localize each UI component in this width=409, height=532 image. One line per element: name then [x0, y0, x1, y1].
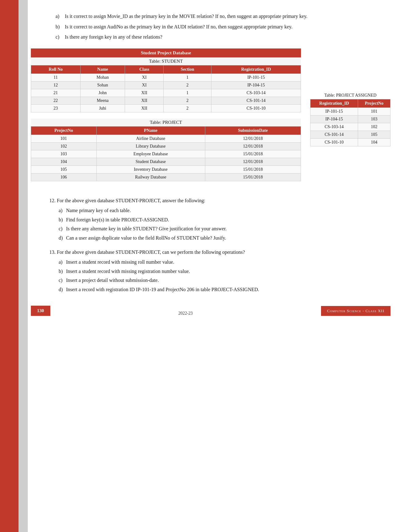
- question-12-sublist: a) Name primary key of each table. b) Fi…: [49, 207, 390, 242]
- student-col-class: Class: [125, 65, 164, 73]
- footer-page-number: 130: [31, 306, 50, 316]
- intro-text-b: Is it correct to assign AudiNo as the pr…: [65, 24, 292, 29]
- student-table-row: 23JuhiXII2CS-101-10: [31, 104, 301, 112]
- q12-a: a) Name primary key of each table.: [59, 207, 390, 215]
- project-assigned-table-wrapper: Table: PROJECT ASSIGNED Registration_ID …: [310, 92, 390, 146]
- project-assigned-table: Registration_ID ProjectNo IP-101-15101IP…: [310, 99, 390, 146]
- q12-c: c) Is there any alternate key in table S…: [59, 225, 390, 233]
- q13-c: c) Insert a project detail without submi…: [59, 276, 390, 284]
- question-12: 12. For the above given database STUDENT…: [31, 197, 390, 242]
- page-footer: 130 2022-23 Computer Science - Class XII: [31, 306, 390, 322]
- q12-d: d) Can a user assign duplicate value to …: [59, 234, 390, 242]
- intro-question-c: c) Is there any foreign key in any of th…: [56, 33, 390, 41]
- q13-d-label: d): [59, 286, 63, 294]
- student-table-row: 22MeenaXII2CS-101-14: [31, 97, 301, 104]
- project-table-row: 103Employee Database15/01/2018: [31, 150, 301, 158]
- project-col-pname: PName: [96, 126, 205, 135]
- project-table: ProjectNo PName SubmissionDate 101Airlin…: [31, 126, 301, 181]
- intro-label-a: a): [56, 12, 59, 20]
- pa-col-regid: Registration_ID: [311, 99, 358, 107]
- q13-d: d) Insert a record with registration ID …: [59, 286, 390, 294]
- intro-text-c: Is there any foreign key in any of these…: [65, 34, 162, 40]
- main-content: a) Is it correct to assign Movie_ID as t…: [31, 0, 390, 322]
- pa-col-projectno: ProjectNo: [358, 99, 390, 107]
- project-col-no: ProjectNo: [31, 126, 97, 135]
- student-table-header-row: Roll No Name Class Section Registration_…: [31, 65, 301, 73]
- footer-year: 2022-23: [50, 311, 321, 316]
- q13-c-label: c): [59, 276, 62, 284]
- pa-table-row: CS-103-14102: [311, 123, 390, 131]
- project-table-label: Table: PROJECT: [31, 119, 301, 126]
- student-col-name: Name: [80, 65, 125, 73]
- intro-label-b: b): [56, 23, 60, 31]
- intro-question-b: b) Is it correct to assign AudiNo as the…: [56, 23, 390, 31]
- q12-a-label: a): [59, 207, 62, 215]
- footer-subject: Computer Science - Class XII: [321, 306, 390, 316]
- project-table-header-row: ProjectNo PName SubmissionDate: [31, 126, 301, 135]
- q12-b-label: b): [59, 216, 63, 224]
- q12-d-label: d): [59, 234, 63, 242]
- database-section: Student Project Database Table: STUDENT …: [31, 48, 390, 187]
- project-table-row: 104Student Database12/01/2018: [31, 158, 301, 165]
- q13-b-label: b): [59, 267, 63, 275]
- intro-question-a: a) Is it correct to assign Movie_ID as t…: [56, 12, 390, 20]
- project-table-row: 105Inventory Database15/01/2018: [31, 165, 301, 173]
- q12-c-label: c): [59, 225, 62, 233]
- student-col-rollno: Roll No: [31, 65, 81, 73]
- student-table-row: 11MohanXI1IP-101-15: [31, 73, 301, 81]
- student-col-regid: Registration_ID: [211, 65, 301, 73]
- pa-table-row: CS-101-14105: [311, 131, 390, 138]
- student-table-row: 21JohnXII1CS-103-14: [31, 89, 301, 97]
- left-tables: Student Project Database Table: STUDENT …: [31, 48, 301, 187]
- student-col-section: Section: [164, 65, 211, 73]
- intro-text-a: Is it correct to assign Movie_ID as the …: [65, 14, 307, 19]
- q13-a-label: a): [59, 258, 62, 266]
- intro-question-list: a) Is it correct to assign Movie_ID as t…: [56, 12, 390, 41]
- student-table-label: Table: STUDENT: [31, 57, 301, 65]
- project-table-row: 102Library Database12/01/2018: [31, 142, 301, 150]
- student-table-row: 12SohanXI2IP-104-15: [31, 81, 301, 89]
- intro-questions: a) Is it correct to assign Movie_ID as t…: [31, 12, 390, 41]
- pa-header-row: Registration_ID ProjectNo: [311, 99, 390, 107]
- question-13: 13. For the above given database STUDENT…: [31, 248, 390, 294]
- project-table-row: 101Airline Database12/01/2018: [31, 135, 301, 142]
- pa-table-row: IP-104-15103: [311, 115, 390, 123]
- pa-table-row: IP-101-15101: [311, 107, 390, 115]
- q13-number: 13.: [49, 249, 56, 255]
- q13-a: a) Insert a student record with missing …: [59, 258, 390, 266]
- q12-number: 12.: [49, 198, 56, 203]
- intro-label-c: c): [56, 33, 59, 41]
- left-sidebar-shadow: [19, 0, 28, 532]
- q12-b: b) Find foreign key(s) in table PROJECT-…: [59, 216, 390, 224]
- project-table-wrapper: Table: PROJECT ProjectNo PName Submissio…: [31, 119, 301, 181]
- project-col-subdate: SubmissionDate: [205, 126, 301, 135]
- question-13-text: 13. For the above given database STUDENT…: [49, 248, 390, 256]
- database-title: Student Project Database: [31, 48, 301, 57]
- project-table-row: 106Railway Database15/01/2018: [31, 173, 301, 181]
- question-12-text: 12. For the above given database STUDENT…: [49, 197, 390, 205]
- pa-table-row: CS-101-10104: [311, 138, 390, 146]
- student-table: Roll No Name Class Section Registration_…: [31, 65, 301, 112]
- q13-b: b) Insert a student record with missing …: [59, 267, 390, 275]
- project-assigned-label: Table: PROJECT ASSIGNED: [310, 92, 390, 99]
- questions-section: 12. For the above given database STUDENT…: [31, 197, 390, 294]
- question-13-sublist: a) Insert a student record with missing …: [49, 258, 390, 293]
- left-sidebar-decoration: [0, 0, 19, 532]
- student-table-wrapper: Student Project Database Table: STUDENT …: [31, 48, 301, 112]
